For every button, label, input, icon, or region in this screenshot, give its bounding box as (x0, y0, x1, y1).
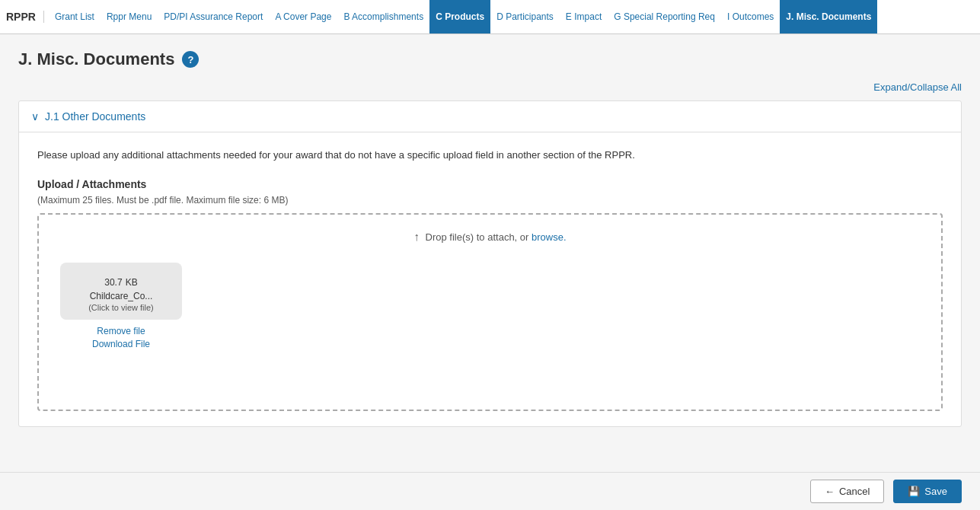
nav-i-outcomes[interactable]: I Outcomes (721, 0, 780, 34)
nav-d-participants[interactable]: D Participants (490, 0, 560, 34)
chevron-down-icon: ∨ (31, 110, 39, 123)
expand-collapse-link[interactable]: Expand/Collapse All (873, 81, 962, 93)
bottom-bar: ← Cancel 💾 Save (0, 472, 980, 510)
top-nav: RPPR Grant List Rppr Menu PD/PI Assuranc… (0, 0, 980, 34)
upload-icon: ↑ (413, 230, 420, 243)
download-file-link[interactable]: Download File (60, 339, 182, 349)
nav-rppr-menu[interactable]: Rppr Menu (101, 0, 158, 34)
section-body: Please upload any additional attachments… (19, 132, 961, 426)
expand-collapse-row: Expand/Collapse All (18, 81, 962, 93)
brand: RPPR (6, 11, 44, 23)
section-header-title: J.1 Other Documents (45, 110, 145, 123)
upload-hint: (Maximum 25 files. Must be .pdf file. Ma… (37, 195, 943, 206)
cancel-button[interactable]: ← Cancel (810, 480, 884, 503)
save-icon: 💾 (908, 486, 920, 497)
cancel-label: Cancel (839, 486, 870, 497)
file-size: 30.7 KB (68, 275, 174, 288)
nav-grant-list[interactable]: Grant List (49, 0, 101, 34)
save-label: Save (924, 486, 947, 497)
nav-j-misc[interactable]: J. Misc. Documents (780, 0, 877, 34)
page-title-row: J. Misc. Documents ? (18, 49, 962, 69)
cancel-icon: ← (825, 486, 835, 497)
upload-label: Upload / Attachments (37, 178, 943, 190)
nav-a-cover[interactable]: A Cover Page (269, 0, 337, 34)
file-size-unit: KB (126, 277, 138, 288)
nav-g-special[interactable]: G Special Reporting Req (608, 0, 721, 34)
upload-dropzone[interactable]: ↑ Drop file(s) to attach, or browse. 30.… (37, 213, 943, 411)
file-name: Childcare_Co... (68, 291, 174, 301)
section-header[interactable]: ∨ J.1 Other Documents (19, 101, 961, 132)
browse-link[interactable]: browse. (531, 231, 567, 243)
nav-e-impact[interactable]: E Impact (560, 0, 608, 34)
section-card: ∨ J.1 Other Documents Please upload any … (18, 100, 962, 427)
nav-pd-pi[interactable]: PD/PI Assurance Report (158, 0, 269, 34)
main-content: J. Misc. Documents ? Expand/Collapse All… (0, 34, 980, 510)
page-title: J. Misc. Documents (18, 49, 174, 69)
save-button[interactable]: 💾 Save (893, 480, 962, 503)
file-click-hint: (Click to view file) (68, 303, 174, 312)
file-item: 30.7 KB Childcare_Co... (Click to view f… (60, 263, 182, 349)
nav-c-products[interactable]: C Products (429, 0, 490, 34)
nav-b-accomplishments[interactable]: B Accomplishments (337, 0, 429, 34)
drop-instruction: ↑ Drop file(s) to attach, or browse. (54, 230, 926, 243)
file-thumbnail[interactable]: 30.7 KB Childcare_Co... (Click to view f… (60, 263, 182, 320)
drop-text: Drop file(s) to attach, or (426, 231, 529, 243)
section-description: Please upload any additional attachments… (37, 148, 943, 163)
help-icon[interactable]: ? (182, 51, 199, 68)
remove-file-link[interactable]: Remove file (60, 326, 182, 336)
